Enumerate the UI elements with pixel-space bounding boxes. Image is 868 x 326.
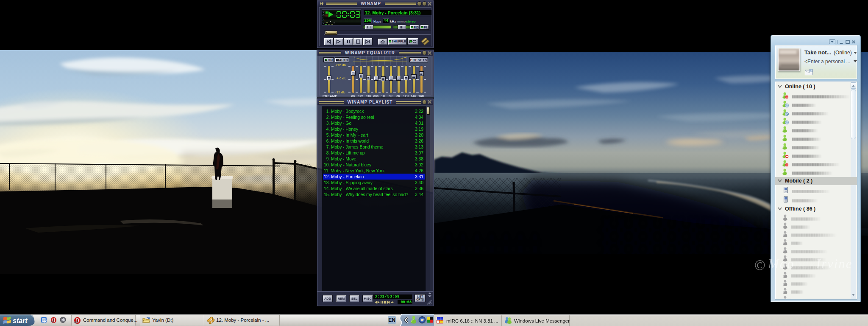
svg-text:start: start — [13, 317, 28, 324]
